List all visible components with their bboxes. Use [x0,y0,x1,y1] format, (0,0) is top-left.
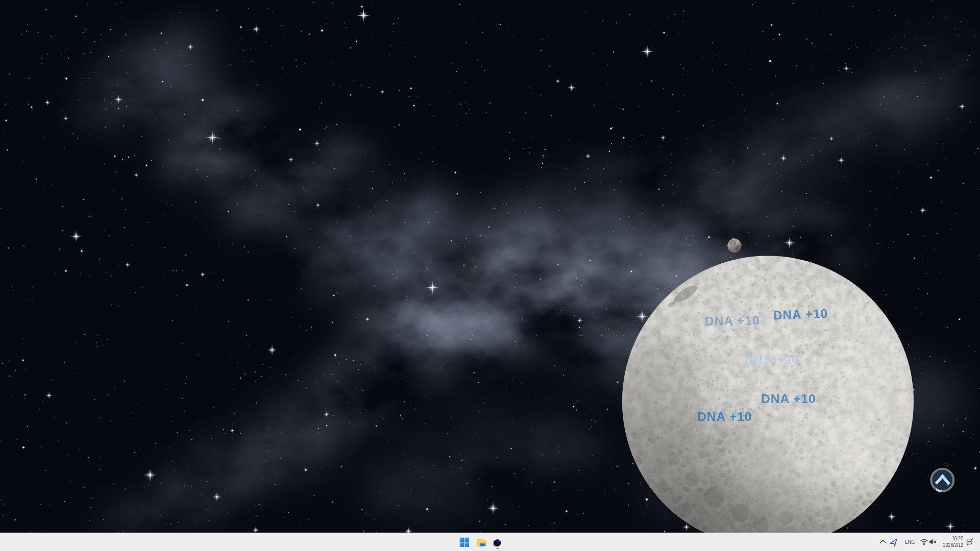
svg-text:DNA +10: DNA +10 [761,392,816,406]
svg-text:DNA +10: DNA +10 [705,313,760,328]
svg-text:DNA +10: DNA +10 [773,307,828,322]
svg-text:DNA +20: DNA +20 [744,353,799,366]
svg-text:DNA +10: DNA +10 [697,410,752,423]
